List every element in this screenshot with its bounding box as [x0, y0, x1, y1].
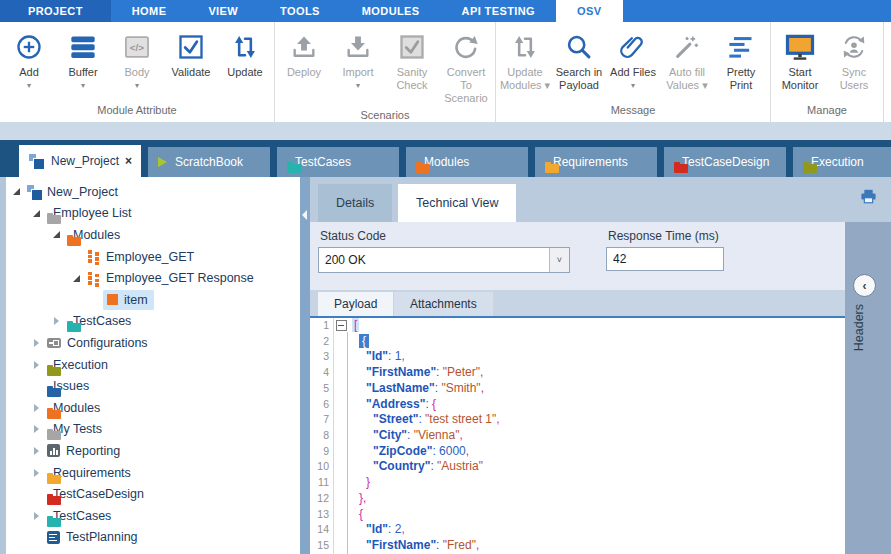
expand-arrow-icon[interactable] — [30, 469, 43, 477]
doc-tab-scratchbook[interactable]: ScratchBook — [148, 147, 270, 177]
tree-item-execution[interactable]: Execution — [6, 354, 300, 376]
tab-details-label: Details — [336, 196, 374, 210]
menu-item-tools[interactable]: TOOLS — [259, 0, 341, 22]
panel-splitter[interactable] — [300, 177, 310, 554]
tree-item-issues[interactable]: Issues — [6, 375, 300, 397]
doc-tab-label: Requirements — [553, 155, 628, 169]
expand-arrow-icon[interactable] — [30, 425, 43, 433]
tree-item-content: item — [103, 290, 154, 310]
splitter-collapse-arrow-icon[interactable] — [302, 210, 307, 220]
dropdown-arrow-icon[interactable]: ▾ — [81, 81, 85, 90]
doc-tab-new_project[interactable]: New_Project× — [19, 145, 141, 177]
tree-item-content: Reporting — [43, 441, 126, 461]
update-modules-button[interactable]: UpdateModules ▾ — [499, 28, 551, 92]
line-number: 2 — [310, 334, 334, 350]
response-time-input[interactable] — [606, 247, 724, 271]
tree-item-testcases[interactable]: TestCases — [6, 505, 300, 527]
expand-arrow-icon[interactable] — [30, 339, 43, 347]
code-line: 12}, — [310, 491, 845, 507]
code-line: 3"Id": 1, — [310, 349, 845, 365]
config-icon — [47, 338, 61, 348]
body-button[interactable]: </>Body▾ — [111, 28, 163, 90]
tab-technical-view[interactable]: Technical View — [398, 184, 516, 222]
expand-arrow-icon[interactable] — [10, 188, 23, 195]
expand-arrow-icon[interactable] — [50, 231, 63, 238]
tree-item-content: TestCases — [63, 311, 137, 331]
add-files-button[interactable]: Add Files▾ — [607, 28, 659, 90]
expand-arrow-icon[interactable] — [30, 361, 43, 369]
menu-item-view[interactable]: VIEW — [187, 0, 259, 22]
add-button[interactable]: Add▾ — [3, 28, 55, 90]
fold-toggle-icon[interactable] — [334, 318, 348, 334]
expand-arrow-icon[interactable] — [30, 404, 43, 412]
menu-item-home[interactable]: HOME — [111, 0, 188, 22]
chevron-left-icon[interactable]: ‹ — [853, 274, 876, 297]
tree-item-employee_get[interactable]: Employee_GET — [6, 246, 300, 268]
expand-arrow-icon[interactable] — [30, 512, 43, 520]
status-code-select[interactable]: 200 OK ˅ — [318, 247, 570, 273]
payload-code-editor[interactable]: 1[2{3"Id": 1,4"FirstName": "Peter",5"Las… — [310, 318, 845, 554]
expand-arrow-icon[interactable] — [30, 447, 43, 455]
deploy-icon — [290, 28, 318, 66]
code-line: 7"Street": "test street 1", — [310, 412, 845, 428]
expand-arrow-icon[interactable] — [70, 275, 83, 282]
close-icon[interactable]: × — [125, 154, 132, 168]
tree-item-requirements[interactable]: Requirements — [6, 462, 300, 484]
doc-tab-execution[interactable]: Execution — [793, 147, 891, 177]
tab-details[interactable]: Details — [318, 184, 392, 222]
validate-button[interactable]: Validate — [165, 28, 217, 79]
print-button[interactable] — [860, 189, 877, 208]
import-button[interactable]: Import▾ — [332, 28, 384, 90]
ribbon-button-label: SanityCheck — [396, 66, 427, 92]
sync-users-button[interactable]: Sync Users — [828, 28, 880, 92]
sanity-check-button[interactable]: SanityCheck — [386, 28, 438, 92]
tab-attachments[interactable]: Attachments — [394, 292, 493, 316]
doc-tab-label: ScratchBook — [175, 155, 243, 169]
tree-item-reporting[interactable]: Reporting — [6, 440, 300, 462]
expand-arrow-icon[interactable] — [50, 317, 63, 325]
headers-side-panel[interactable]: ‹ Headers — [845, 222, 891, 554]
tab-payload[interactable]: Payload — [318, 292, 393, 316]
pretty-print-button[interactable]: PrettyPrint — [715, 28, 767, 92]
tree-item-my-tests[interactable]: My Tests — [6, 419, 300, 441]
tree-item-configurations[interactable]: Configurations — [6, 332, 300, 354]
auto-fill-values-button[interactable]: Auto fillValues ▾ — [661, 28, 713, 92]
code-text: "FirstName": "Fred", — [348, 538, 479, 554]
update-button[interactable]: Update — [219, 28, 271, 79]
doc-tab-testcasedesign[interactable]: TestCaseDesign — [664, 147, 786, 177]
tree-item-new_project[interactable]: New_Project — [6, 181, 300, 203]
start-monitor-button[interactable]: StartMonitor — [774, 28, 826, 92]
doc-tab-requirements[interactable]: Requirements — [535, 147, 657, 177]
dropdown-arrow-icon[interactable]: ▾ — [135, 81, 139, 90]
ribbon-group-title: Manage — [773, 100, 881, 122]
tree-item-modules[interactable]: Modules — [6, 224, 300, 246]
tree-item-employee_get-response[interactable]: Employee_GET Response — [6, 267, 300, 289]
chevron-down-icon[interactable]: ˅ — [549, 248, 569, 272]
deploy-button[interactable]: Deploy — [278, 28, 330, 79]
tree-item-modules[interactable]: Modules — [6, 397, 300, 419]
code-text: "Country": "Austria" — [348, 459, 483, 475]
search-in-payload-button[interactable]: Search inPayload — [553, 28, 605, 92]
menu-item-osv[interactable]: OSV — [556, 0, 622, 22]
dropdown-arrow-icon[interactable]: ▾ — [356, 81, 360, 90]
doc-tab-modules[interactable]: Modules — [406, 147, 528, 177]
ribbon-group-title: Message — [498, 100, 768, 122]
menu-item-project[interactable]: PROJECT — [0, 0, 111, 22]
expand-arrow-icon[interactable] — [30, 210, 43, 217]
convert-to-scenario-button[interactable]: Convert ToScenario — [440, 28, 492, 105]
buffer-button[interactable]: Buffer▾ — [57, 28, 109, 90]
menu-item-api-testing[interactable]: API TESTING — [441, 0, 556, 22]
tree-item-label: item — [124, 293, 148, 307]
doc-tab-testcases[interactable]: TestCases — [277, 147, 399, 177]
project-tree-panel[interactable]: New_ProjectEmployee ListModulesEmployee_… — [6, 177, 300, 554]
tree-item-employee-list[interactable]: Employee List — [6, 203, 300, 225]
line-number: 10 — [310, 459, 334, 475]
doc-tab-label: TestCaseDesign — [682, 155, 769, 169]
dropdown-arrow-icon[interactable]: ▾ — [27, 81, 31, 90]
dropdown-arrow-icon[interactable]: ▾ — [631, 81, 635, 90]
tree-item-testcasedesign[interactable]: TestCaseDesign — [6, 483, 300, 505]
tree-item-item[interactable]: item — [6, 289, 300, 311]
menu-item-modules[interactable]: MODULES — [341, 0, 441, 22]
tree-item-testplanning[interactable]: TestPlanning — [6, 527, 300, 549]
tree-item-testcases[interactable]: TestCases — [6, 311, 300, 333]
